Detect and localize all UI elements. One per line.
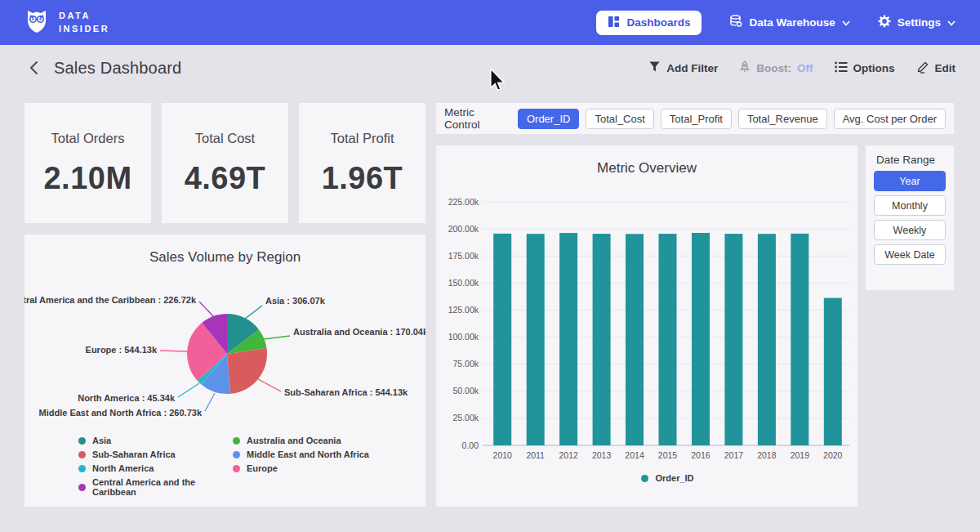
date-range-monthly[interactable]: Monthly: [874, 195, 946, 216]
boost-toggle[interactable]: Boost: Off: [739, 60, 813, 76]
back-button[interactable]: [24, 59, 42, 77]
bar-2016[interactable]: [692, 233, 710, 445]
x-axis-tick: 2010: [493, 450, 513, 460]
gear-icon: [878, 15, 891, 30]
metric-option-avg--cost-per-order[interactable]: Avg. Cost per Order: [834, 109, 946, 129]
kpi-label: Total Cost: [195, 131, 255, 146]
pie-label: Sub-Saharan Africa : 544.13k: [284, 387, 408, 397]
y-axis-tick: 100.00k: [448, 332, 479, 342]
bar-2019[interactable]: [791, 234, 808, 445]
add-filter-button[interactable]: Add Filter: [648, 60, 718, 75]
legend-item-australia-and-oceania[interactable]: Australia and Oceania: [233, 436, 369, 445]
bar-2013[interactable]: [593, 234, 611, 445]
bar-2012[interactable]: [559, 233, 577, 445]
pie-callout-line: [199, 302, 214, 317]
pie-label: Middle East and North Africa : 260.73k: [39, 408, 203, 418]
bar-2010[interactable]: [493, 234, 511, 445]
y-axis-tick: 200.00k: [448, 224, 479, 234]
y-axis-tick: 150.00k: [448, 278, 479, 288]
pie-callout-line: [205, 393, 215, 411]
pie-label: Central America and the Caribbean : 226.…: [24, 295, 197, 305]
top-navbar: DATA INSIDER Dashboards: [0, 0, 980, 45]
date-range-options: YearMonthlyWeeklyWeek Date: [874, 171, 946, 265]
pie-legend: AsiaAustralia and OceaniaSub-Saharan Afr…: [78, 436, 369, 497]
date-range-panel: Date Range YearMonthlyWeeklyWeek Date: [866, 145, 954, 290]
legend-label: Middle East and North Africa: [247, 449, 369, 459]
legend-label: Europe: [247, 463, 278, 473]
kpi-card-total-profit: Total Profit1.96T: [299, 103, 425, 223]
bar-chart-legend: Order_ID: [486, 473, 849, 483]
x-axis-tick: 2017: [724, 450, 744, 460]
legend-dot: [78, 465, 86, 472]
legend-label: North America: [92, 463, 154, 473]
date-range-year[interactable]: Year: [874, 171, 946, 191]
page-title: Sales Dashboard: [54, 59, 181, 78]
bar-2018[interactable]: [758, 234, 776, 445]
legend-dot: [233, 451, 240, 458]
x-axis-tick: 2015: [658, 450, 678, 460]
bar-2020[interactable]: [824, 298, 842, 445]
options-button[interactable]: Options: [835, 61, 895, 75]
x-axis-tick: 2012: [559, 450, 578, 460]
metric-option-total_cost[interactable]: Total_Cost: [586, 109, 653, 129]
x-axis-tick: 2020: [823, 450, 843, 460]
y-axis-tick: 75.00k: [452, 359, 479, 369]
list-icon: [835, 61, 848, 75]
legend-dot: [641, 475, 648, 482]
legend-dot: [233, 437, 240, 445]
pie-label: Australia and Oceania : 170.04k: [293, 327, 425, 337]
bar-2017[interactable]: [724, 234, 742, 445]
metric-option-total_revenue[interactable]: Total_Revenue: [738, 109, 827, 129]
bar-2011[interactable]: [527, 234, 545, 445]
y-axis-tick: 50.00k: [452, 386, 479, 396]
brand[interactable]: DATA INSIDER: [24, 8, 109, 38]
y-axis-tick: 25.00k: [452, 413, 479, 422]
legend-label: Sub-Saharan Africa: [92, 449, 176, 459]
kpi-value: 4.69T: [185, 161, 266, 196]
bar-2015[interactable]: [659, 234, 677, 445]
legend-item-middle-east-and-north-africa[interactable]: Middle East and North Africa: [233, 449, 369, 459]
legend-label: Australia and Oceania: [247, 436, 341, 445]
legend-item-north-america[interactable]: North America: [78, 463, 233, 473]
legend-item-asia[interactable]: Asia: [78, 436, 233, 445]
data-warehouse-menu[interactable]: Data Warehouse: [729, 15, 849, 30]
legend-item-sub-saharan-africa[interactable]: Sub-Saharan Africa: [78, 449, 233, 459]
data-warehouse-label: Data Warehouse: [749, 16, 835, 29]
bar-2014[interactable]: [626, 234, 644, 445]
x-axis-tick: 2014: [625, 450, 644, 460]
pie-callout-line: [178, 383, 199, 397]
bar-chart-panel: Metric Overview 225.00k200.00k175.00k150…: [436, 145, 858, 507]
kpi-value: 2.10M: [43, 161, 131, 196]
pie-slice-sub-saharan-africa[interactable]: [227, 348, 267, 394]
date-range-label: Date Range: [876, 154, 935, 166]
kpi-card-total-orders: Total Orders2.10M: [24, 103, 151, 223]
metric-option-total_profit[interactable]: Total_Profit: [661, 109, 732, 129]
kpi-value: 1.96T: [322, 161, 403, 196]
metric-control-label: Metric Control: [444, 106, 508, 131]
date-range-weekly[interactable]: Weekly: [874, 220, 946, 240]
edit-button[interactable]: Edit: [916, 60, 956, 76]
pie-callout-line: [264, 336, 290, 339]
bar-chart[interactable]: 225.00k200.00k175.00k150.00k125.00k100.0…: [436, 145, 858, 507]
dashboards-label: Dashboards: [626, 16, 690, 29]
chevron-down-icon: [947, 16, 956, 29]
date-range-week-date[interactable]: Week Date: [874, 244, 946, 265]
legend-item-europe[interactable]: Europe: [233, 463, 369, 473]
legend-dot: [78, 437, 86, 445]
legend-label: Order_ID: [655, 473, 693, 483]
dashboards-button[interactable]: Dashboards: [596, 11, 702, 35]
legend-item-central-america-and-the-caribbean[interactable]: Central America and the Caribbean: [78, 477, 233, 497]
dashboard-grid-icon: [608, 16, 620, 30]
kpi-card-total-cost: Total Cost4.69T: [162, 103, 288, 223]
funnel-icon: [648, 60, 661, 75]
y-axis-tick: 125.00k: [448, 305, 479, 315]
settings-menu[interactable]: Settings: [878, 15, 956, 30]
x-axis-tick: 2013: [592, 450, 612, 460]
metric-option-order_id[interactable]: Order_ID: [518, 109, 579, 129]
pie-callout-line: [245, 306, 262, 319]
legend-dot: [233, 465, 240, 472]
brand-name: DATA INSIDER: [59, 10, 109, 36]
pie-callout-line: [160, 351, 187, 351]
pie-label: Asia : 306.07k: [265, 296, 326, 306]
pie-label: North America : 45.34k: [78, 393, 176, 403]
